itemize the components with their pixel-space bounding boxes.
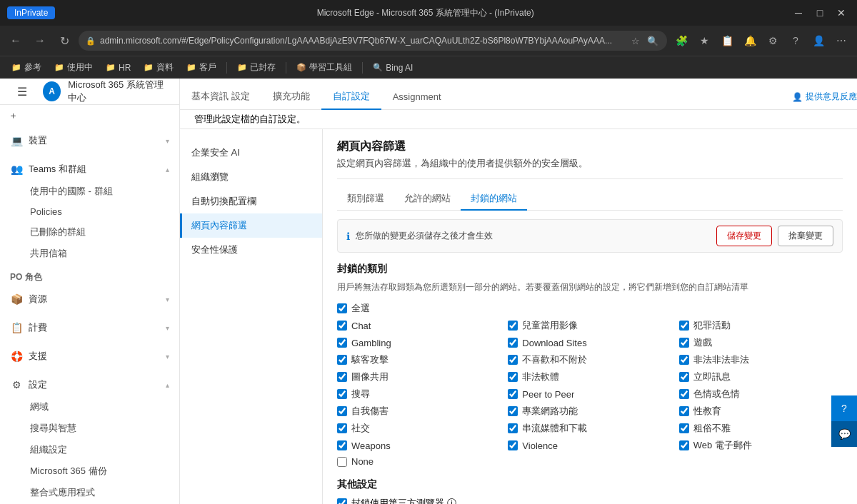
checkbox-adult-input[interactable] xyxy=(679,389,689,399)
nav-enterprise-ai[interactable]: 企業安全 AI xyxy=(180,141,322,165)
checkbox-all-input[interactable] xyxy=(337,303,347,313)
checkbox-illeg-soft-input[interactable] xyxy=(508,372,518,382)
block-third-party-checkbox[interactable] xyxy=(337,498,347,504)
checkbox-p2p-input[interactable] xyxy=(508,389,518,399)
checkbox-violence-input[interactable] xyxy=(508,440,518,450)
checkbox-image-input[interactable] xyxy=(337,372,347,382)
floating-chat-button[interactable]: 💬 xyxy=(831,421,857,447)
checkbox-stream-input[interactable] xyxy=(508,423,518,433)
checkbox-gambling-input[interactable] xyxy=(337,338,347,348)
sidebar-sub-integrated-apps[interactable]: 整合式應用程式 xyxy=(20,482,179,503)
profile-icon[interactable]: 👤 xyxy=(808,31,828,51)
sidebar-item-teams[interactable]: 👥 Teams 和群組 ▴ xyxy=(0,158,179,181)
checkbox-hacking[interactable]: 駭客攻擊 xyxy=(337,353,501,366)
checkbox-sexed-input[interactable] xyxy=(679,406,689,416)
help-icon[interactable]: ? xyxy=(786,31,806,51)
bookmark-reference[interactable]: 📁 參考 xyxy=(6,59,47,76)
sub-tab-category[interactable]: 類別篩選 xyxy=(337,188,394,211)
tab-extensions[interactable]: 擴充功能 xyxy=(261,84,321,110)
checkbox-download-sites[interactable]: Download Sites xyxy=(508,336,671,349)
bookmark-customer[interactable]: 📁 客戶 xyxy=(181,59,222,76)
back-button[interactable]: ← xyxy=(6,31,26,51)
sidebar-sub-active-intl[interactable]: 使用中的國際 - 群組 xyxy=(20,181,179,202)
checkbox-none-input[interactable] xyxy=(337,457,347,467)
checkbox-dislike[interactable]: 不喜歡和不附於 xyxy=(508,353,671,366)
checkbox-selfharm-input[interactable] xyxy=(337,406,347,416)
checkbox-illegal-software[interactable]: 非法軟體 xyxy=(508,371,671,383)
checkbox-download-input[interactable] xyxy=(508,338,518,348)
checkbox-weapons-input[interactable] xyxy=(337,440,347,450)
checkbox-streaming[interactable]: 串流媒體和下載 xyxy=(508,422,671,435)
nav-org-browse[interactable]: 組織瀏覽 xyxy=(180,165,322,189)
checkbox-gambling[interactable]: Gambling xyxy=(337,336,501,349)
checkbox-games-input[interactable] xyxy=(679,338,689,348)
checkbox-vulgar[interactable]: 粗俗不雅 xyxy=(679,422,843,435)
sidebar-item-resources[interactable]: 📦 資源 ▾ xyxy=(0,288,179,311)
nav-security[interactable]: 安全性保護 xyxy=(180,238,322,262)
checkbox-social-input[interactable] xyxy=(337,423,347,433)
window-controls[interactable]: ─ □ ✕ xyxy=(790,4,850,21)
checkbox-im[interactable]: 立即訊息 xyxy=(679,371,843,383)
sub-tab-allowed[interactable]: 允許的網站 xyxy=(394,188,461,211)
discard-changes-button[interactable]: 捨棄變更 xyxy=(778,226,833,246)
checkbox-all[interactable]: 全選 xyxy=(337,302,843,315)
checkbox-weapons[interactable]: Weapons xyxy=(337,439,501,452)
sidebar-sub-org-settings[interactable]: 組織設定 xyxy=(20,439,179,460)
sidebar-sub-search[interactable]: 搜尋與智慧 xyxy=(20,418,179,439)
tab-basic-settings[interactable]: 基本資訊 設定 xyxy=(180,84,261,110)
collections-icon[interactable]: 📋 xyxy=(717,31,737,51)
close-button[interactable]: ✕ xyxy=(833,4,850,21)
sidebar-add-button[interactable]: ＋ xyxy=(0,105,179,126)
bookmark-data[interactable]: 📁 資料 xyxy=(138,59,179,76)
sidebar-sub-deleted[interactable]: 已刪除的群組 xyxy=(20,221,179,243)
tab-custom-settings[interactable]: 自訂設定 xyxy=(321,84,381,110)
extensions-icon[interactable]: 🧩 xyxy=(671,31,691,51)
checkbox-im-input[interactable] xyxy=(679,372,689,382)
checkbox-chat[interactable]: Chat xyxy=(337,319,501,332)
minimize-button[interactable]: ─ xyxy=(790,4,807,21)
refresh-button[interactable]: ↻ xyxy=(54,31,74,51)
checkbox-none[interactable]: None xyxy=(337,456,501,467)
nav-content-filter[interactable]: 網頁內容篩選 xyxy=(180,213,322,238)
save-changes-button[interactable]: 儲存變更 xyxy=(716,226,772,246)
checkbox-child-input[interactable] xyxy=(508,321,518,331)
checkbox-social[interactable]: 社交 xyxy=(337,422,501,435)
checkbox-self-harm[interactable]: 自我傷害 xyxy=(337,405,501,418)
bookmark-archived[interactable]: 📁 已封存 xyxy=(231,59,281,76)
more-icon[interactable]: ⋯ xyxy=(831,31,851,51)
checkbox-p2p[interactable]: Peer to Peer xyxy=(508,388,671,400)
favorites-icon[interactable]: ★ xyxy=(694,31,714,51)
hamburger-icon[interactable]: ☰ xyxy=(9,79,36,104)
checkbox-search-input[interactable] xyxy=(337,389,347,399)
checkbox-sex-ed[interactable]: 性教育 xyxy=(679,405,843,418)
checkbox-crime[interactable]: 犯罪活動 xyxy=(679,319,843,332)
checkbox-image-sharing[interactable]: 圖像共用 xyxy=(337,371,501,383)
maximize-button[interactable]: □ xyxy=(811,4,828,21)
checkbox-crime-input[interactable] xyxy=(679,321,689,331)
checkbox-chat-input[interactable] xyxy=(337,321,347,331)
bookmark-bing[interactable]: 🔍 Bing AI xyxy=(367,61,419,75)
star-icon[interactable]: ☆ xyxy=(628,34,643,48)
sub-tab-blocked[interactable]: 封鎖的網站 xyxy=(461,188,527,211)
settings-icon[interactable]: ⚙ xyxy=(763,31,783,51)
checkbox-hacking-input[interactable] xyxy=(337,355,347,365)
checkbox-dislike-input[interactable] xyxy=(508,355,518,365)
checkbox-illegal-input[interactable] xyxy=(679,355,689,365)
bookmark-hr[interactable]: 📁 HR xyxy=(100,61,136,75)
sidebar-sub-policies[interactable]: Policies xyxy=(20,202,179,221)
sidebar-sub-domain[interactable]: 網域 xyxy=(20,396,179,418)
bookmark-learning[interactable]: 📦 學習工具組 xyxy=(291,59,358,76)
nav-auto-switch[interactable]: 自動切換配置欄 xyxy=(180,189,322,213)
checkbox-professional-network[interactable]: 專業網路功能 xyxy=(508,405,671,418)
sidebar-item-devices[interactable]: 💻 裝置 ▾ xyxy=(0,129,179,152)
checkbox-games[interactable]: 遊戲 xyxy=(679,336,843,349)
bell-icon[interactable]: 🔔 xyxy=(740,31,760,51)
sidebar-item-settings[interactable]: ⚙ 設定 ▴ xyxy=(0,373,179,396)
checkbox-vulgar-input[interactable] xyxy=(679,423,689,433)
sidebar-sub-m365-backup[interactable]: Microsoft 365 備份 xyxy=(20,460,179,482)
checkbox-child-images[interactable]: 兒童當用影像 xyxy=(508,319,671,332)
sidebar-sub-shared-mailbox[interactable]: 共用信箱 xyxy=(20,243,179,264)
checkbox-pronet-input[interactable] xyxy=(508,406,518,416)
feedback-button[interactable]: 👤 提供意見反應 xyxy=(792,91,857,103)
checkbox-search[interactable]: 搜尋 xyxy=(337,388,501,400)
